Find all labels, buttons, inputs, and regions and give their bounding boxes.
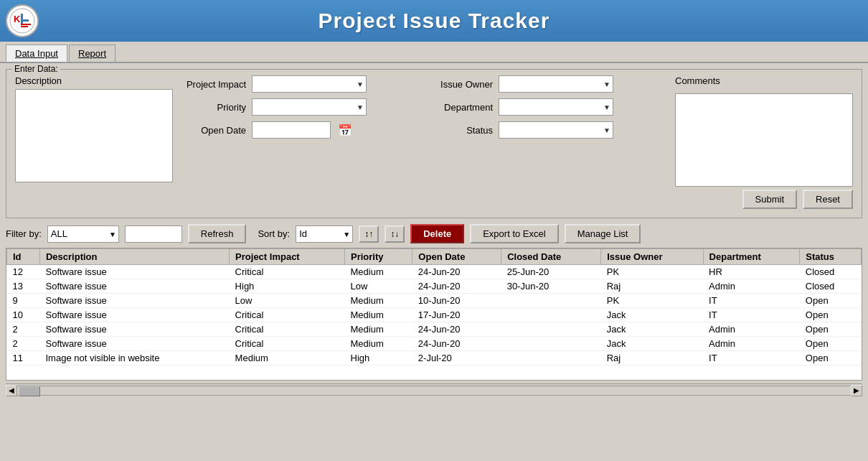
col-priority: Priority — [345, 249, 412, 265]
form-row: Description Project Impact Critical High… — [15, 75, 853, 187]
col-id: Id — [7, 249, 40, 265]
table-cell: 25-Jun-20 — [501, 265, 601, 279]
table-cell: 24-Jun-20 — [412, 279, 501, 294]
table-cell: IT — [703, 294, 800, 308]
col-closed-date: Closed Date — [501, 249, 601, 265]
table-cell: 2-Jul-20 — [412, 351, 501, 365]
table-cell: Open — [800, 351, 862, 365]
tabs-bar: Data Input Report — [0, 42, 868, 63]
table-cell — [501, 337, 601, 351]
enter-data-section: Enter Data: Description Project Impact C… — [6, 69, 862, 218]
table-cell: Critical — [230, 308, 345, 322]
table-cell: PK — [601, 294, 703, 308]
table-cell: Closed — [800, 279, 862, 294]
calendar-icon[interactable]: 📅 — [336, 121, 354, 139]
manage-list-button[interactable]: Manage List — [565, 224, 641, 243]
project-impact-label: Project Impact — [181, 79, 246, 90]
status-label: Status — [428, 125, 493, 136]
table-row[interactable]: 2Software issueCriticalMedium24-Jun-20Ja… — [7, 337, 862, 351]
issue-owner-select[interactable]: PK Raj Jack — [499, 75, 613, 93]
tab-data-input[interactable]: Data Input — [6, 45, 67, 62]
svg-rect-3 — [23, 19, 29, 22]
open-date-label: Open Date — [181, 125, 246, 136]
table-cell: High — [230, 279, 345, 294]
table-row[interactable]: 11Image not visible in websiteMediumHigh… — [7, 351, 862, 365]
priority-select[interactable]: High Medium Low — [252, 98, 367, 116]
table-row[interactable]: 10Software issueCriticalMedium17-Jun-20J… — [7, 308, 862, 322]
scroll-thumb[interactable] — [19, 386, 40, 396]
sort-asc-button[interactable]: ↕↑ — [359, 225, 379, 243]
comments-input[interactable] — [675, 93, 853, 187]
filter-label: Filter by: — [6, 228, 42, 239]
table-cell: Medium — [345, 308, 412, 322]
table-cell: 24-Jun-20 — [412, 265, 501, 279]
table-cell: Critical — [230, 337, 345, 351]
status-select[interactable]: Open Closed — [499, 121, 613, 139]
svg-text:K: K — [14, 14, 21, 24]
table-cell: 17-Jun-20 — [412, 308, 501, 322]
col-description: Description — [39, 249, 229, 265]
table-row[interactable]: 12Software issueCriticalMedium24-Jun-202… — [7, 265, 862, 279]
table-cell: Open — [800, 337, 862, 351]
tab-report[interactable]: Report — [69, 45, 115, 62]
project-impact-select[interactable]: Critical High Medium Low — [252, 75, 367, 93]
export-button[interactable]: Export to Excel — [470, 224, 558, 243]
issue-owner-row: Issue Owner PK Raj Jack — [428, 75, 666, 93]
table-cell: Admin — [703, 322, 800, 337]
table-cell: Software issue — [39, 265, 229, 279]
table-cell: Jack — [601, 308, 703, 322]
table-cell: 10-Jun-20 — [412, 294, 501, 308]
header: K Project Issue Tracker — [0, 0, 868, 42]
table-cell: Raj — [601, 351, 703, 365]
filter-select-wrapper: ALL Open Closed — [47, 225, 119, 243]
tab-report-label: Report — [78, 48, 106, 59]
issue-owner-select-wrapper: PK Raj Jack — [499, 75, 613, 93]
table-cell: PK — [601, 265, 703, 279]
description-area: Description — [15, 75, 173, 182]
table-cell: Critical — [230, 322, 345, 337]
open-date-input[interactable] — [252, 121, 331, 139]
sort-select-wrapper: Id Description Priority Status — [296, 225, 353, 243]
priority-row: Priority High Medium Low — [181, 98, 420, 116]
open-date-row: Open Date 📅 — [181, 121, 420, 139]
issues-table: Id Description Project Impact Priority O… — [6, 248, 862, 365]
description-label: Description — [15, 75, 173, 86]
submit-button[interactable]: Submit — [742, 190, 797, 209]
table-cell: Software issue — [39, 279, 229, 294]
scroll-left-button[interactable]: ◀ — [6, 385, 17, 396]
department-select[interactable]: HR Admin IT — [499, 98, 613, 116]
table-cell: 13 — [7, 279, 40, 294]
table-cell: 2 — [7, 337, 40, 351]
department-label: Department — [428, 102, 493, 113]
table-cell: Admin — [703, 337, 800, 351]
table-cell: Software issue — [39, 308, 229, 322]
table-row[interactable]: 9Software issueLowMedium10-Jun-20PKITOpe… — [7, 294, 862, 308]
svg-rect-5 — [21, 26, 28, 27]
table-cell: Open — [800, 294, 862, 308]
refresh-button[interactable]: Refresh — [188, 224, 247, 243]
table-cell: Admin — [703, 279, 800, 294]
table-cell: Low — [345, 279, 412, 294]
scroll-right-button[interactable]: ▶ — [851, 385, 862, 396]
sort-select[interactable]: Id Description Priority Status — [296, 225, 353, 243]
sort-desc-button[interactable]: ↕↓ — [385, 225, 405, 243]
table-cell: Jack — [601, 322, 703, 337]
reset-button[interactable]: Reset — [803, 190, 853, 209]
col-issue-owner: Issue Owner — [601, 249, 703, 265]
table-cell: Raj — [601, 279, 703, 294]
table-row[interactable]: 13Software issueHighLow24-Jun-2030-Jun-2… — [7, 279, 862, 294]
filter-select[interactable]: ALL Open Closed — [47, 225, 119, 243]
delete-button[interactable]: Delete — [410, 224, 464, 243]
table-row[interactable]: 2Software issueCriticalMedium24-Jun-20Ja… — [7, 322, 862, 337]
table-cell: Open — [800, 308, 862, 322]
table-cell: Jack — [601, 337, 703, 351]
table-cell: 24-Jun-20 — [412, 337, 501, 351]
table-cell — [501, 308, 601, 322]
description-input[interactable] — [15, 89, 173, 182]
filter-text-input[interactable] — [125, 225, 182, 243]
priority-select-wrapper: High Medium Low — [252, 98, 367, 116]
table-cell: IT — [703, 308, 800, 322]
table-cell: Medium — [230, 351, 345, 365]
table-cell: Critical — [230, 265, 345, 279]
bottom-scrollbar[interactable]: ◀ ▶ — [6, 383, 862, 396]
